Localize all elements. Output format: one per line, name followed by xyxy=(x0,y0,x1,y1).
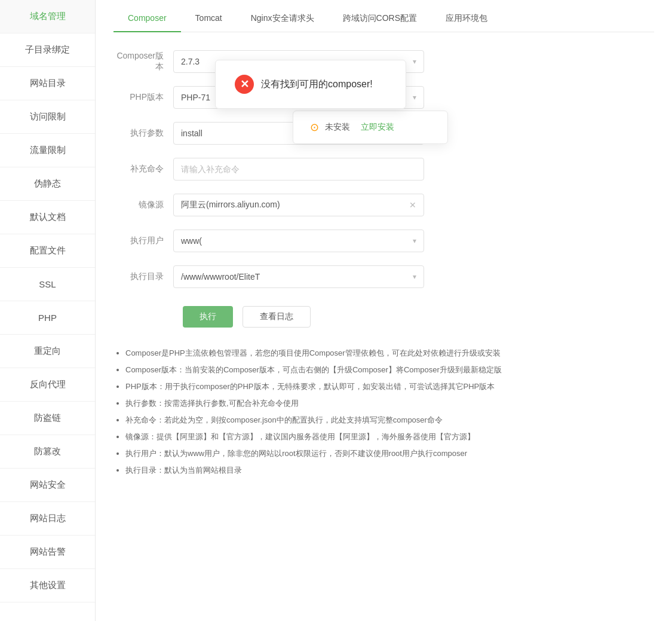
sidebar-item-label: 其他设置 xyxy=(30,580,66,591)
php-version-label: PHP版本 xyxy=(113,92,173,103)
composer-version-value: 2.7.3 xyxy=(181,57,200,66)
sidebar-item-label: 网站目录 xyxy=(30,78,66,89)
composer-version-label: Composer版本 xyxy=(113,51,173,72)
chevron-down-icon: ▾ xyxy=(413,273,416,281)
sidebar-item-label: PHP xyxy=(38,313,57,323)
sidebar-item-label: 默认文档 xyxy=(30,212,66,223)
note-item: 镜像源：提供【阿里源】和【官方源】，建议国内服务器使用【阿里源】，海外服务器使用… xyxy=(125,429,654,445)
sidebar-item-default-doc[interactable]: 默认文档 xyxy=(0,201,95,234)
install-popup: ⊙ 未安装 立即安装 xyxy=(293,111,448,144)
sidebar-item-label: 网站日志 xyxy=(30,513,66,524)
note-item: 补充命令：若此处为空，则按composer.json中的配置执行，此处支持填写完… xyxy=(125,412,654,428)
mirror-select[interactable]: 阿里云(mirrors.aliyun.com) ✕ xyxy=(173,194,424,216)
sidebar-item-webroot[interactable]: 网站目录 xyxy=(0,67,95,100)
sidebar-item-tamper[interactable]: 防篡改 xyxy=(0,435,95,469)
note-item: 执行用户：默认为www用户，除非您的网站以root权限运行，否则不建议使用roo… xyxy=(125,446,654,461)
mirror-label: 镜像源 xyxy=(113,200,173,210)
install-now-link[interactable]: 立即安装 xyxy=(361,122,394,133)
supplement-row: 补充命令 xyxy=(113,158,654,181)
sidebar-item-reverse-proxy[interactable]: 反向代理 xyxy=(0,368,95,402)
sidebar-item-label: 访问限制 xyxy=(30,111,66,123)
chevron-down-icon: ▾ xyxy=(413,57,416,66)
note-item: Composer是PHP主流依赖包管理器，若您的项目使用Composer管理依赖… xyxy=(125,345,654,361)
chevron-down-icon: ▾ xyxy=(413,237,416,245)
tab-env-package[interactable]: 应用环境包 xyxy=(431,6,502,32)
sidebar-item-rewrite[interactable]: 伪静态 xyxy=(0,167,95,201)
sidebar-item-access[interactable]: 访问限制 xyxy=(0,100,95,134)
install-status-text: 未安装 xyxy=(325,122,350,133)
notes-list: Composer是PHP主流依赖包管理器，若您的项目使用Composer管理依赖… xyxy=(113,345,654,478)
tab-cors[interactable]: 跨域访问CORS配置 xyxy=(329,6,431,32)
view-log-button[interactable]: 查看日志 xyxy=(243,306,311,328)
supplement-input-wrap xyxy=(173,158,424,181)
sidebar-item-label: 重定向 xyxy=(34,345,61,357)
tab-tomcat[interactable]: Tomcat xyxy=(181,6,237,32)
exec-dir-select[interactable]: /www/wwwroot/EliteT ▾ xyxy=(173,265,424,288)
warning-icon: ⊙ xyxy=(310,121,319,134)
close-icon[interactable]: ✕ xyxy=(409,200,416,210)
exec-param-value: install xyxy=(181,129,202,138)
sidebar-item-config[interactable]: 配置文件 xyxy=(0,234,95,268)
sidebar-item-label: 流量限制 xyxy=(30,145,66,156)
sidebar-item-label: 网站告警 xyxy=(30,546,66,558)
main-content: Composer Tomcat Nginx安全请求头 跨域访问CORS配置 应用… xyxy=(96,0,672,621)
exec-param-label: 执行参数 xyxy=(113,128,173,139)
sidebar-item-security[interactable]: 网站安全 xyxy=(0,469,95,502)
sidebar-item-php[interactable]: PHP xyxy=(0,301,95,335)
supplement-label: 补充命令 xyxy=(113,164,173,175)
action-buttons: 执行 查看日志 xyxy=(183,306,654,328)
error-message: 没有找到可用的composer! xyxy=(261,78,373,91)
sidebar-item-label: 子目录绑定 xyxy=(25,44,70,56)
exec-dir-row: 执行目录 /www/wwwroot/EliteT ▾ xyxy=(113,265,654,288)
exec-dir-value: /www/wwwroot/EliteT xyxy=(181,272,260,282)
chevron-down-icon: ▾ xyxy=(413,93,416,102)
exec-user-row: 执行用户 www( ▾ xyxy=(113,230,654,252)
error-icon: ✕ xyxy=(235,75,254,94)
sidebar-item-label: 防篡改 xyxy=(34,446,61,457)
sidebar-item-label: 防盗链 xyxy=(34,412,61,424)
tab-nginx-security[interactable]: Nginx安全请求头 xyxy=(237,6,329,32)
sidebar-item-label: 反向代理 xyxy=(30,379,66,390)
exec-user-select[interactable]: www( ▾ xyxy=(173,230,424,252)
execute-button[interactable]: 执行 xyxy=(183,306,233,328)
sidebar-item-label: 网站安全 xyxy=(30,479,66,491)
sidebar-item-subdir[interactable]: 子目录绑定 xyxy=(0,33,95,67)
sidebar-item-label: 配置文件 xyxy=(30,245,66,256)
php-version-value: PHP-71 xyxy=(181,93,210,102)
error-popup: ✕ 没有找到可用的composer! xyxy=(215,60,406,109)
note-item: 执行目录：默认为当前网站根目录 xyxy=(125,463,654,478)
sidebar-item-label: SSL xyxy=(39,279,56,289)
mirror-row: 镜像源 阿里云(mirrors.aliyun.com) ✕ xyxy=(113,194,654,216)
sidebar-item-domain[interactable]: 域名管理 xyxy=(0,0,95,33)
error-popup-overlay: ✕ 没有找到可用的composer! xyxy=(215,60,406,109)
note-item: Composer版本：当前安装的Composer版本，可点击右侧的【升级Comp… xyxy=(125,362,654,378)
sidebar-item-label: 域名管理 xyxy=(30,11,66,22)
sidebar-item-traffic[interactable]: 流量限制 xyxy=(0,134,95,167)
supplement-input[interactable] xyxy=(181,164,416,174)
exec-user-label: 执行用户 xyxy=(113,235,173,246)
tab-bar: Composer Tomcat Nginx安全请求头 跨域访问CORS配置 应用… xyxy=(113,0,654,32)
sidebar: 域名管理 子目录绑定 网站目录 访问限制 流量限制 伪静态 默认文档 配置文件 … xyxy=(0,0,96,621)
note-item: 执行参数：按需选择执行参数,可配合补充命令使用 xyxy=(125,396,654,411)
note-item: PHP版本：用于执行composer的PHP版本，无特殊要求，默认即可，如安装出… xyxy=(125,379,654,394)
tab-composer[interactable]: Composer xyxy=(113,6,181,32)
exec-user-value: www( xyxy=(181,236,202,246)
sidebar-item-webalert[interactable]: 网站告警 xyxy=(0,536,95,569)
sidebar-item-label: 伪静态 xyxy=(34,178,61,189)
sidebar-item-other[interactable]: 其他设置 xyxy=(0,569,95,602)
sidebar-item-weblog[interactable]: 网站日志 xyxy=(0,502,95,536)
sidebar-item-hotlink[interactable]: 防盗链 xyxy=(0,402,95,435)
mirror-value: 阿里云(mirrors.aliyun.com) xyxy=(181,200,280,210)
sidebar-item-ssl[interactable]: SSL xyxy=(0,268,95,301)
exec-dir-label: 执行目录 xyxy=(113,271,173,282)
sidebar-item-redirect[interactable]: 重定向 xyxy=(0,335,95,368)
